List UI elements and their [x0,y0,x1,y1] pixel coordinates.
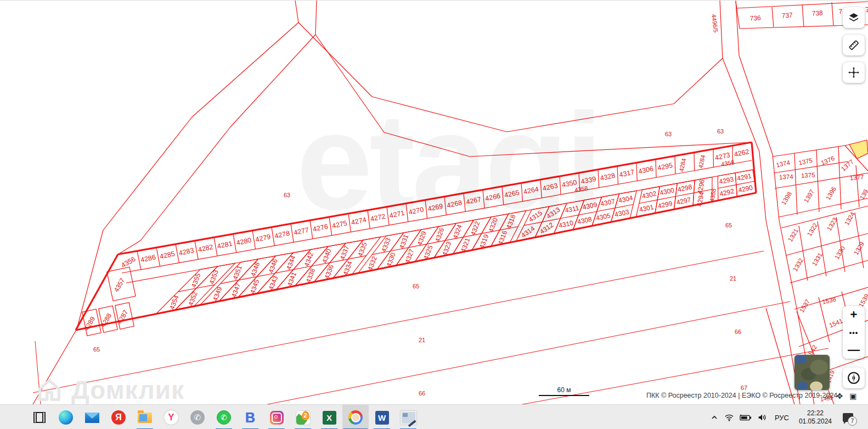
parcel-label[interactable]: 4297 [676,196,692,206]
parcel-label[interactable]: 4285 [159,250,176,260]
parcel-label[interactable]: 4272 [370,213,386,223]
parcel-label[interactable]: 4276 [312,222,329,233]
taskbar-icon-file-explorer[interactable] [132,405,158,429]
taskbar-icon-blue-shield-app[interactable]: B [237,405,263,429]
parcel-label[interactable]: 4357 [112,277,127,293]
parcel-label[interactable]: 4346 [267,258,279,274]
taskbar-icon-2gis[interactable] [290,405,316,429]
parcel-label[interactable]: 4318 [505,213,517,230]
layers-button[interactable] [843,7,865,28]
taskbar-icon-paint[interactable] [395,405,421,429]
taskbar-icon-yandex-browser[interactable]: Я [105,405,132,429]
parcel-label[interactable]: 4355 [190,272,202,288]
parcel-label[interactable]: 4291 [736,172,752,182]
parcel-label[interactable]: 4306 [638,165,654,175]
parcel-label[interactable]: 4349 [211,286,223,302]
volume-icon[interactable] [757,413,767,422]
battery-icon[interactable] [740,414,752,421]
tray-chevron-icon[interactable] [710,413,719,422]
parcel-label[interactable]: 4287 [116,309,130,325]
zoom-out-button[interactable]: — [843,341,865,359]
parcel-label[interactable]: 4262 [734,148,750,158]
parcel-label[interactable]: 4292 [719,187,735,198]
locate-button[interactable] [843,367,865,388]
pan-icon[interactable]: ✥ [836,392,843,400]
parcel-label[interactable]: 4283 [178,247,195,257]
parcel-label[interactable]: 4269 [427,202,443,213]
parcel-label[interactable]: 4308 [577,215,593,226]
parcel-label[interactable]: 4352 [187,291,199,307]
parcel-label[interactable]: 4282 [198,243,214,253]
measure-button[interactable] [843,35,865,55]
clock[interactable]: 22:22 01.05.2024 [797,409,834,426]
parcel-label[interactable]: 4281 [217,239,233,250]
parcel-label[interactable]: 4340 [320,248,332,264]
parcel-label[interactable]: 4342 [303,251,315,268]
parcel-label[interactable]: 4264 [523,185,539,196]
parcel-label[interactable]: 4286 [140,253,156,264]
parcel-label[interactable]: 4310 [558,219,574,230]
parcel-label[interactable]: 4351 [232,264,244,281]
taskbar-icon-mail[interactable] [79,405,105,429]
parcel-label[interactable]: 4271 [389,209,405,219]
taskbar-icon-whatsapp[interactable]: ✆ [211,405,237,429]
cadastral-map[interactable]: 4356428642854283428242814280427942784277… [0,1,868,404]
parcel-label[interactable]: 4307 [600,197,616,208]
action-center-button[interactable]: 7 [839,409,856,426]
parcel-label[interactable]: 4298 [677,183,693,193]
taskbar-icon-phone-app[interactable]: ✆ [184,405,211,429]
parcel-label[interactable]: 4288 [99,312,114,328]
parcel-label[interactable]: 4267 [465,196,482,206]
parcel-label[interactable]: 4353 [208,269,220,285]
parcel-label[interactable]: 4275 [331,219,348,230]
taskbar-icon-task-view[interactable] [26,405,53,429]
parcel-label[interactable]: 4339 [580,175,597,186]
parcel-label[interactable]: 4309 [582,200,598,211]
parcel-label[interactable]: 4313 [545,205,562,220]
parcel-label[interactable]: 4266 [484,192,501,202]
parcel-label[interactable]: 4348 [249,261,261,277]
parcel-label[interactable]: 4277 [293,226,309,236]
parcel-label[interactable]: 4293 [718,175,734,186]
parcel-label[interactable]: 4344 [285,254,297,271]
parcel-label[interactable]: 4303 [614,208,630,219]
parcel-label[interactable]: 4328 [599,171,616,182]
parcel-label[interactable]: 4302 [641,190,657,200]
taskbar-icon-yandex-y-app[interactable]: Y [158,405,184,429]
zoom-in-button[interactable]: + [843,306,865,324]
taskbar-icon-word[interactable]: W [369,405,395,429]
parcel-label[interactable]: 4265 [504,188,520,199]
parcel-label[interactable]: 4284 [697,154,706,169]
parcel-label[interactable]: 4300 [659,186,675,197]
parcel-label[interactable]: 4299 [657,199,673,210]
zoom-more-button[interactable]: ••• [843,324,865,341]
parcel-label[interactable]: 4311 [564,204,579,214]
home-icon[interactable]: ⌂ [825,392,830,400]
parcel-label[interactable]: 4268 [446,199,463,209]
taskbar-icon-excel[interactable]: X [316,405,342,429]
parcel-label[interactable]: 4290 [737,183,753,194]
taskbar-icon-windows-start[interactable] [0,405,26,429]
language-indicator[interactable]: РУС [773,414,791,422]
basemap-thumbnail[interactable] [794,355,830,390]
parcel-label[interactable]: 4305 [595,211,611,222]
parcel-label[interactable]: 4295 [657,161,673,172]
parcel-label[interactable]: 4270 [408,205,424,216]
parcel-label[interactable]: 4278 [274,230,290,240]
parcel-label[interactable]: 4280 [235,236,252,247]
taskbar-icon-chrome[interactable] [342,405,369,429]
parcel-label[interactable]: 4289 [83,315,97,332]
parcel-label[interactable]: 4315 [527,209,544,224]
parcel-label[interactable]: 4279 [255,233,271,243]
parcel-label[interactable]: 4263 [542,182,559,192]
parcel-label[interactable]: 4317 [618,168,635,179]
taskbar-icon-instagram[interactable] [263,405,290,429]
parcel-label[interactable]: 4274 [351,216,367,226]
parcel-polygon[interactable] [849,140,868,159]
parcel-label[interactable]: 4284 [678,158,687,172]
image-icon[interactable]: ▣ [849,392,856,400]
parcel-label[interactable]: 4304 [618,194,634,204]
parcel-label[interactable]: 4354 [168,294,180,310]
parcel-label[interactable]: 4301 [639,203,655,214]
taskbar-icon-edge[interactable] [53,405,79,429]
